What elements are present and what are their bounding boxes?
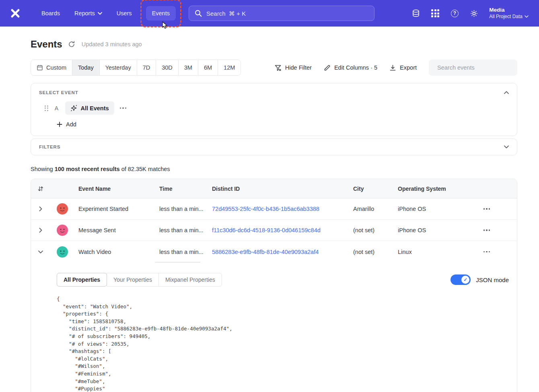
expand-row-button[interactable]	[37, 204, 45, 214]
event-name-cell: Experiment Started	[74, 206, 155, 212]
chevron-down-icon	[504, 145, 509, 149]
date-range-group: Custom Today Yesterday 7D 30D 3M 6M 12M	[31, 60, 241, 76]
user-avatar	[57, 246, 68, 258]
export-label: Export	[400, 64, 417, 71]
mixpanel-logo-icon[interactable]	[10, 8, 20, 18]
date-12m-button[interactable]: 12M	[218, 60, 241, 75]
plus-icon	[57, 122, 62, 127]
row-more-button[interactable]	[483, 229, 490, 231]
column-header-time: Time	[155, 186, 208, 192]
navbar-search[interactable]	[189, 6, 374, 21]
city-cell: Amarillo	[349, 206, 394, 212]
download-icon	[389, 64, 396, 71]
date-yesterday-button[interactable]: Yesterday	[100, 60, 137, 75]
search-events-input[interactable]	[437, 64, 512, 71]
select-event-card: SELECT EVENT A All Events Add	[31, 83, 517, 136]
selected-event-name: All Events	[81, 105, 109, 111]
filter-funnel-icon	[274, 64, 282, 71]
hide-filter-button[interactable]: Hide Filter	[274, 64, 312, 71]
distinct-id-link[interactable]: f11c30d6-dc6d-4518-9136-0d046159c84d	[208, 227, 349, 233]
event-name-cell: Watch Video	[74, 249, 155, 255]
toolbar: Custom Today Yesterday 7D 30D 3M 6M 12M …	[31, 60, 517, 76]
refresh-icon	[68, 41, 75, 48]
chevron-right-icon	[39, 206, 42, 211]
city-cell: (not set)	[349, 249, 394, 255]
apps-grid-button[interactable]	[430, 8, 440, 18]
tab-mixpanel-properties[interactable]: Mixpanel Properties	[158, 273, 222, 287]
nav-events-wrap: Events	[146, 6, 176, 21]
event-selector-chip[interactable]: All Events	[65, 101, 114, 115]
distinct-id-link[interactable]: 5886283e-e9fb-48fb-81de-40e9093a2af4	[208, 249, 349, 255]
hide-filter-label: Hide Filter	[285, 64, 312, 71]
navbar-right-controls: ? Media All Project Data	[411, 7, 529, 20]
updated-timestamp: Updated 3 minutes ago	[82, 41, 142, 47]
date-30d-button[interactable]: 30D	[156, 60, 179, 75]
results-prefix: Showing	[31, 166, 55, 172]
page-header: Events Updated 3 minutes ago	[31, 39, 517, 50]
table-row[interactable]: Message Sent less than a min... f11c30d6…	[31, 220, 517, 241]
export-button[interactable]: Export	[389, 64, 417, 71]
toolbar-right: Hide Filter Edit Columns · 5 Export	[274, 60, 517, 76]
search-events-box[interactable]	[429, 60, 517, 76]
date-6m-button[interactable]: 6M	[198, 60, 218, 75]
navbar-search-input[interactable]	[206, 10, 368, 17]
project-switcher[interactable]: Media All Project Data	[489, 7, 529, 20]
event-name-cell: Message Sent	[74, 227, 155, 233]
os-cell: iPhone OS	[394, 206, 457, 212]
row-more-button[interactable]	[483, 208, 490, 210]
results-count: 100 most recent results	[55, 166, 120, 172]
add-event-button[interactable]: Add	[57, 121, 76, 128]
json-property-viewer: { "event": "Watch Video", "properties": …	[57, 295, 509, 392]
table-row[interactable]: Experiment Started less than a min... 72…	[31, 198, 517, 220]
settings-button[interactable]	[469, 8, 479, 18]
distinct-id-link[interactable]: 72d49553-25fc-4f0c-b436-1b5ac6ab3388	[208, 206, 349, 212]
row-more-button[interactable]	[483, 251, 490, 253]
edit-columns-label: Edit Columns · 5	[334, 64, 377, 71]
event-more-button[interactable]	[120, 107, 127, 109]
nav-item-users[interactable]: Users	[111, 6, 138, 21]
filters-card: FILTERS	[31, 138, 517, 155]
column-header-event-name: Event Name	[74, 186, 155, 192]
help-button[interactable]: ?	[450, 8, 459, 18]
collapse-section-button[interactable]	[504, 91, 509, 94]
time-cell: less than a min...	[155, 249, 208, 255]
tab-all-properties[interactable]: All Properties	[57, 273, 107, 287]
select-event-title: SELECT EVENT	[39, 90, 78, 95]
pencil-icon	[324, 64, 331, 71]
cursor-icon	[162, 21, 168, 29]
project-scope-label: All Project Data	[489, 14, 523, 20]
json-mode-toggle[interactable]: ✓	[451, 274, 471, 285]
date-3m-button[interactable]: 3M	[179, 60, 198, 75]
date-today-button[interactable]: Today	[72, 60, 100, 75]
refresh-button[interactable]	[68, 41, 75, 48]
drag-handle-icon[interactable]	[45, 105, 48, 111]
calendar-icon	[37, 64, 43, 71]
expand-row-button[interactable]	[37, 225, 45, 235]
date-7d-button[interactable]: 7D	[137, 60, 156, 75]
sort-button[interactable]	[37, 186, 44, 192]
chevron-up-icon	[504, 91, 509, 94]
nav-item-events[interactable]: Events	[146, 6, 176, 21]
database-icon	[411, 9, 420, 18]
event-row-letter: A	[54, 105, 60, 111]
table-header-row: Event Name Time Distinct ID City Operati…	[31, 179, 517, 198]
table-row-expanded[interactable]: Watch Video less than a min... 5886283e-…	[31, 241, 517, 262]
collapse-row-button[interactable]	[36, 248, 45, 256]
search-icon	[195, 10, 202, 17]
events-table: Event Name Time Distinct ID City Operati…	[31, 179, 517, 392]
top-navbar: Boards Reports Users Events ?	[0, 0, 539, 27]
expand-filters-button[interactable]	[504, 145, 509, 149]
nav-item-reports[interactable]: Reports	[68, 6, 108, 21]
project-name: Media	[489, 7, 529, 14]
date-custom-button[interactable]: Custom	[31, 60, 72, 75]
properties-tabs: All Properties Your Properties Mixpanel …	[57, 273, 222, 287]
edit-columns-button[interactable]: Edit Columns · 5	[324, 64, 377, 71]
nav-item-reports-label: Reports	[74, 10, 95, 17]
tab-your-properties[interactable]: Your Properties	[107, 273, 159, 287]
help-icon: ?	[451, 10, 459, 17]
data-management-button[interactable]	[411, 8, 421, 18]
event-details-panel: All Properties Your Properties Mixpanel …	[31, 262, 517, 392]
nav-item-boards[interactable]: Boards	[35, 6, 66, 21]
chevron-down-icon	[38, 250, 43, 254]
json-mode-label: JSON mode	[476, 276, 509, 283]
